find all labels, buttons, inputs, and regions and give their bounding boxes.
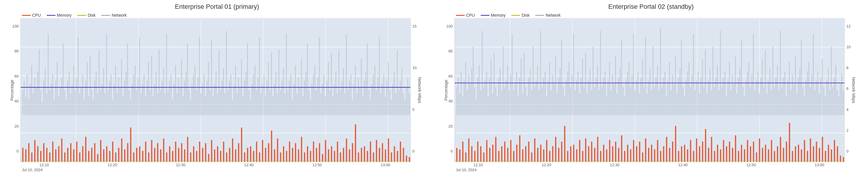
- svg-rect-454: [512, 34, 513, 115]
- svg-rect-583: [705, 50, 706, 115]
- svg-rect-377: [337, 142, 338, 162]
- svg-rect-509: [594, 87, 595, 115]
- svg-rect-448: [503, 47, 503, 115]
- svg-rect-232: [350, 75, 351, 115]
- svg-rect-706: [546, 140, 547, 162]
- svg-rect-194: [293, 84, 294, 115]
- svg-rect-425: [468, 75, 469, 115]
- svg-rect-446: [500, 68, 501, 115]
- svg-rect-28: [45, 68, 45, 115]
- svg-rect-192: [290, 75, 291, 115]
- svg-rect-372: [322, 154, 323, 162]
- svg-rect-726: [606, 149, 607, 162]
- svg-rect-567: [681, 41, 682, 115]
- svg-rect-151: [229, 81, 230, 115]
- svg-rect-116: [177, 93, 178, 115]
- svg-rect-623: [765, 50, 766, 115]
- svg-rect-98: [150, 90, 150, 115]
- svg-rect-78: [120, 87, 121, 115]
- svg-rect-341: [229, 148, 230, 162]
- svg-rect-305: [121, 139, 122, 162]
- svg-rect-183: [277, 93, 278, 115]
- svg-rect-212: [320, 93, 321, 115]
- svg-rect-733: [627, 145, 628, 162]
- svg-rect-16: [27, 75, 28, 115]
- legend-cpu-2: CPU: [456, 13, 475, 18]
- svg-rect-354: [268, 143, 269, 162]
- svg-rect-546: [650, 68, 650, 115]
- svg-rect-602: [733, 84, 734, 115]
- svg-rect-123: [187, 43, 188, 115]
- svg-rect-61: [94, 81, 95, 115]
- svg-rect-663: [825, 96, 826, 115]
- svg-rect-76: [117, 93, 117, 115]
- svg-rect-562: [674, 84, 674, 115]
- memory-label-2: Memory: [491, 13, 506, 18]
- svg-rect-21: [34, 78, 35, 115]
- legend-memory-1: Memory: [47, 13, 72, 18]
- svg-rect-802: [834, 140, 835, 162]
- svg-rect-287: [67, 148, 68, 162]
- svg-rect-545: [648, 81, 649, 115]
- x-axis-date-2: Jul 10, 2024: [437, 167, 865, 172]
- svg-rect-248: [374, 65, 375, 115]
- svg-rect-594: [721, 87, 722, 115]
- svg-rect-222: [335, 71, 336, 115]
- svg-rect-208: [314, 65, 315, 115]
- svg-rect-229: [346, 34, 347, 115]
- svg-rect-23: [37, 71, 38, 115]
- svg-rect-621: [762, 59, 763, 115]
- svg-rect-664: [826, 81, 827, 115]
- svg-rect-483: [555, 56, 556, 115]
- svg-rect-32: [51, 84, 52, 115]
- svg-rect-684: [480, 146, 481, 162]
- svg-rect-65: [100, 90, 101, 115]
- svg-rect-46: [71, 84, 72, 115]
- svg-rect-67: [103, 68, 104, 115]
- svg-rect-250: [377, 78, 378, 115]
- svg-rect-765: [723, 140, 724, 162]
- svg-rect-37: [58, 96, 59, 115]
- svg-rect-614: [751, 75, 752, 115]
- svg-rect-367: [307, 146, 308, 162]
- svg-rect-290: [76, 142, 78, 162]
- svg-rect-673: [840, 84, 841, 115]
- svg-rect-641: [792, 75, 793, 115]
- svg-rect-182: [275, 71, 276, 115]
- svg-rect-636: [784, 71, 785, 115]
- svg-rect-652: [808, 62, 809, 115]
- svg-rect-675: [843, 90, 844, 115]
- svg-rect-317: [157, 143, 158, 162]
- svg-rect-476: [545, 71, 546, 115]
- disk-line-icon-1: [78, 15, 86, 16]
- svg-rect-256: [386, 81, 387, 115]
- svg-rect-54: [84, 100, 84, 115]
- svg-rect-646: [799, 68, 800, 115]
- svg-rect-189: [286, 34, 287, 115]
- svg-rect-31: [49, 90, 50, 115]
- svg-rect-326: [184, 149, 185, 162]
- svg-rect-688: [492, 145, 493, 162]
- chart-2-area: Percentage 100 80 60 40 20 0: [437, 18, 865, 162]
- svg-rect-261: [394, 71, 395, 115]
- svg-rect-386: [364, 146, 365, 162]
- svg-rect-195: [295, 65, 296, 115]
- svg-rect-35: [55, 81, 56, 115]
- svg-rect-201: [304, 81, 305, 115]
- svg-rect-150: [227, 90, 228, 115]
- svg-rect-572: [688, 62, 689, 115]
- svg-rect-158: [240, 87, 240, 115]
- svg-rect-592: [718, 90, 719, 115]
- svg-rect-147: [223, 68, 224, 115]
- svg-rect-196: [297, 93, 297, 115]
- svg-rect-38: [60, 87, 60, 115]
- x-axis-area-1: 12:10 12:20 12:30 12:40 12:50 13:00: [3, 162, 431, 167]
- svg-rect-203: [307, 43, 308, 115]
- svg-rect-71: [109, 81, 110, 115]
- svg-rect-82: [126, 71, 126, 115]
- svg-rect-422: [464, 81, 465, 115]
- svg-rect-518: [608, 81, 608, 115]
- svg-rect-535: [633, 34, 634, 115]
- svg-rect-223: [337, 93, 338, 115]
- svg-rect-612: [748, 62, 749, 115]
